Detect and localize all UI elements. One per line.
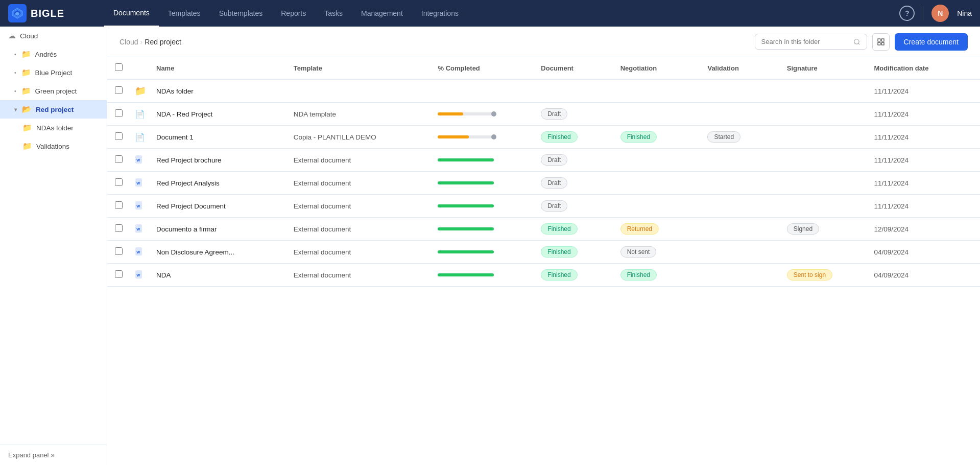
- row-date: 11/11/2024: [869, 149, 980, 172]
- row-document: Draft: [536, 172, 615, 195]
- nav-documents[interactable]: Documents: [104, 0, 159, 27]
- grid-icon: [877, 38, 885, 46]
- row-document: Finished: [536, 241, 615, 264]
- progress-bar-wrap: [438, 112, 494, 115]
- sidebar-item-validations[interactable]: 📁 Validations: [0, 137, 107, 155]
- folder-icon-validations: 📁: [22, 142, 32, 151]
- table-row[interactable]: 📄NDA - Red ProjectNDA template Draft11/1…: [107, 103, 980, 126]
- word-row-icon: W: [135, 178, 145, 188]
- row-signature: Sent to sign: [782, 264, 869, 287]
- nav-reports[interactable]: Reports: [272, 0, 315, 27]
- sidebar-item-cloud[interactable]: ☁ Cloud: [0, 27, 107, 45]
- nav-templates[interactable]: Templates: [159, 0, 210, 27]
- nav-tasks[interactable]: Tasks: [315, 0, 352, 27]
- nav-management[interactable]: Management: [352, 0, 412, 27]
- col-date-header[interactable]: Modification date: [869, 57, 980, 79]
- row-checkbox[interactable]: [115, 178, 123, 186]
- folder-icon-red: 📂: [22, 105, 32, 114]
- nav-right: ? N Nina: [899, 5, 972, 22]
- row-negotiation: Finished: [615, 264, 703, 287]
- row-progress: [433, 264, 536, 287]
- search-box[interactable]: [755, 34, 867, 50]
- table-row[interactable]: W NDAExternal document FinishedFinishedS…: [107, 264, 980, 287]
- sidebar: ☁ Cloud • 📁 Andrés • 📁 Blue Project • 📁 …: [0, 27, 107, 465]
- table-row[interactable]: 📁NDAs folder11/11/2024: [107, 79, 980, 103]
- search-input[interactable]: [761, 38, 850, 45]
- word-row-icon: W: [135, 201, 145, 211]
- sidebar-item-andres[interactable]: • 📁 Andrés: [0, 45, 107, 63]
- svg-point-3: [854, 39, 858, 43]
- word-row-icon: W: [135, 270, 145, 280]
- col-completed-header[interactable]: % Completed: [433, 57, 536, 79]
- table-row[interactable]: W Documento a firmarExternal document Fi…: [107, 218, 980, 241]
- row-validation: [702, 103, 781, 126]
- col-validation-header[interactable]: Validation: [702, 57, 781, 79]
- row-progress: [433, 172, 536, 195]
- row-checkbox[interactable]: [115, 155, 123, 163]
- sidebar-label-red: Red project: [36, 106, 74, 113]
- breadcrumb-root[interactable]: Cloud: [119, 38, 138, 46]
- table-row[interactable]: W Non Disclosure Agreem...External docum…: [107, 241, 980, 264]
- row-name: NDA - Red Project: [156, 110, 212, 118]
- progress-bar-wrap: [438, 158, 494, 161]
- table-row[interactable]: W Red Project DocumentExternal document …: [107, 195, 980, 218]
- negotiation-badge: Finished: [620, 131, 657, 143]
- row-document: Draft: [536, 195, 615, 218]
- col-signature-header[interactable]: Signature: [782, 57, 869, 79]
- row-progress: [433, 126, 536, 149]
- sidebar-item-blue-project[interactable]: • 📁 Blue Project: [0, 63, 107, 82]
- row-validation: [702, 218, 781, 241]
- table-row[interactable]: W Red Project AnalysisExternal document …: [107, 172, 980, 195]
- username: Nina: [957, 9, 972, 17]
- sidebar-item-green-project[interactable]: • 📁 Green project: [0, 82, 107, 100]
- col-name-header[interactable]: Name: [151, 57, 289, 79]
- sidebar-label-blue: Blue Project: [35, 69, 73, 77]
- sidebar-label-andres: Andrés: [35, 51, 57, 58]
- negotiation-badge: Not sent: [620, 246, 657, 258]
- table-row[interactable]: 📄Document 1Copia - PLANTILLA DEMO Finish…: [107, 126, 980, 149]
- row-negotiation: [615, 195, 703, 218]
- row-checkbox[interactable]: [115, 224, 123, 232]
- doc-row-icon: 📄: [135, 110, 145, 119]
- row-signature: Signed: [782, 218, 869, 241]
- row-checkbox[interactable]: [115, 201, 123, 209]
- folder-icon-green: 📁: [21, 86, 31, 96]
- toolbar-right: Create document: [755, 33, 968, 51]
- row-name: Red Project Document: [156, 202, 226, 210]
- row-signature: [782, 172, 869, 195]
- row-document: Finished: [536, 126, 615, 149]
- row-checkbox[interactable]: [115, 132, 123, 140]
- row-name: Documento a firmar: [156, 225, 217, 233]
- create-document-button[interactable]: Create document: [895, 33, 968, 51]
- row-checkbox[interactable]: [115, 270, 123, 278]
- document-badge: Draft: [541, 200, 567, 212]
- document-badge: Draft: [541, 154, 567, 166]
- svg-text:W: W: [136, 181, 140, 185]
- col-document-header[interactable]: Document: [536, 57, 615, 79]
- toolbar: Cloud › Red project Create document: [107, 27, 980, 57]
- document-badge: Draft: [541, 177, 567, 189]
- nav-subtemplates[interactable]: Subtemplates: [210, 0, 272, 27]
- row-document: Draft: [536, 149, 615, 172]
- document-badge: Draft: [541, 108, 567, 120]
- sidebar-item-red-project[interactable]: ▾ 📂 Red project: [0, 100, 107, 119]
- nav-items: Documents Templates Subtemplates Reports…: [104, 0, 899, 27]
- row-name: NDA: [156, 271, 171, 279]
- row-document: Finished: [536, 264, 615, 287]
- col-template-header[interactable]: Template: [289, 57, 433, 79]
- documents-table-wrap: Name Template % Completed Document Negot…: [107, 57, 980, 465]
- sidebar-item-ndas-folder[interactable]: 📁 NDAs folder: [0, 119, 107, 137]
- search-icon: [853, 38, 861, 45]
- row-checkbox[interactable]: [115, 86, 123, 94]
- row-negotiation: [615, 149, 703, 172]
- sidebar-label-ndas: NDAs folder: [36, 124, 74, 132]
- table-row[interactable]: W Red Project brochureExternal document …: [107, 149, 980, 172]
- nav-integrations[interactable]: Integrations: [412, 0, 468, 27]
- row-checkbox[interactable]: [115, 247, 123, 255]
- select-all-checkbox[interactable]: [115, 63, 123, 71]
- row-checkbox[interactable]: [115, 109, 123, 117]
- view-toggle-button[interactable]: [872, 33, 890, 51]
- expand-panel-button[interactable]: Expand panel »: [0, 445, 107, 465]
- col-negotiation-header[interactable]: Negotiation: [615, 57, 703, 79]
- help-button[interactable]: ?: [899, 6, 915, 21]
